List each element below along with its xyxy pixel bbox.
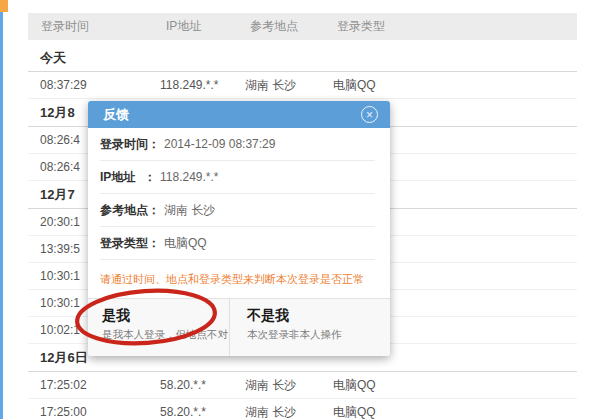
cell-location: 湖南 长沙: [245, 404, 333, 419]
close-icon[interactable]: ×: [361, 106, 378, 123]
button-subtitle: 本次登录非本人操作: [247, 328, 390, 342]
cell-time: 17:25:00: [28, 405, 160, 419]
cell-ip: 118.249.*.*: [160, 78, 245, 92]
field-colon: ：: [148, 202, 160, 219]
dialog-field: 参考地点：湖南 长沙: [100, 194, 375, 227]
top-orange-accent: [0, 0, 8, 12]
dialog-title: 反馈: [103, 106, 361, 124]
cell-location: 湖南 长沙: [245, 377, 333, 394]
left-blue-border: [0, 12, 3, 419]
login-record-row: 17:25:0058.20.*.*湖南 长沙电脑QQ: [28, 399, 577, 419]
cell-login_type: 电脑QQ: [333, 377, 577, 394]
column-header-3: 参考地点: [245, 18, 333, 35]
column-header-4: 登录类型: [333, 18, 577, 35]
dialog-body: 登录时间：2014-12-09 08:37:29IP地址：118.249.*.*…: [88, 128, 390, 260]
cell-login_type: 电脑QQ: [333, 404, 577, 419]
column-header-2: IP地址: [160, 18, 245, 35]
field-value: 湖南 长沙: [164, 202, 215, 219]
field-label: IP地址: [100, 169, 144, 186]
field-label: 登录时间: [100, 136, 148, 153]
dialog-footer: 是我是我本人登录，但地点不对不是我本次登录非本人操作: [88, 298, 390, 356]
cell-ip: 58.20.*.*: [160, 405, 245, 419]
field-label: 登录类型: [100, 235, 148, 252]
field-label: 参考地点: [100, 202, 148, 219]
dialog-header: 反馈 ×: [88, 101, 390, 128]
dialog-field: 登录时间：2014-12-09 08:37:29: [100, 128, 375, 161]
date-section-header: 今天: [28, 44, 577, 72]
cell-location: 湖南 长沙: [245, 77, 333, 94]
cell-login_type: 电脑QQ: [333, 77, 577, 94]
table-header-row: 登录时间IP地址参考地点登录类型: [28, 13, 577, 40]
field-value: 电脑QQ: [164, 235, 207, 252]
field-colon: ：: [148, 136, 160, 153]
field-colon: ：: [144, 169, 156, 186]
feedback-dialog: 反馈 × 登录时间：2014-12-09 08:37:29IP地址：118.24…: [88, 101, 390, 356]
not-me-button[interactable]: 不是我本次登录非本人操作: [229, 299, 390, 356]
cell-time: 17:25:02: [28, 378, 160, 392]
cell-ip: 58.20.*.*: [160, 378, 245, 392]
login-record-row: 17:25:0258.20.*.*湖南 长沙电脑QQ: [28, 372, 577, 399]
button-title: 不是我: [247, 307, 390, 324]
login-history-page: 登录时间IP地址参考地点登录类型 今天08:37:29118.249.*.*湖南…: [0, 0, 600, 419]
its-me-button[interactable]: 是我是我本人登录，但地点不对: [88, 299, 229, 356]
cell-time: 08:37:29: [28, 78, 160, 92]
dialog-field: IP地址：118.249.*.*: [100, 161, 375, 194]
button-subtitle: 是我本人登录，但地点不对: [102, 328, 229, 342]
feedback-hint: 请通过时间、地点和登录类型来判断本次登录是否正常: [88, 260, 390, 298]
field-value: 2014-12-09 08:37:29: [164, 137, 275, 151]
field-value: 118.249.*.*: [160, 170, 219, 184]
button-title: 是我: [102, 307, 229, 324]
field-colon: ：: [148, 235, 160, 252]
login-record-row: 08:37:29118.249.*.*湖南 长沙电脑QQ: [28, 72, 577, 99]
dialog-field: 登录类型：电脑QQ: [100, 227, 375, 260]
column-header-1: 登录时间: [28, 18, 160, 35]
